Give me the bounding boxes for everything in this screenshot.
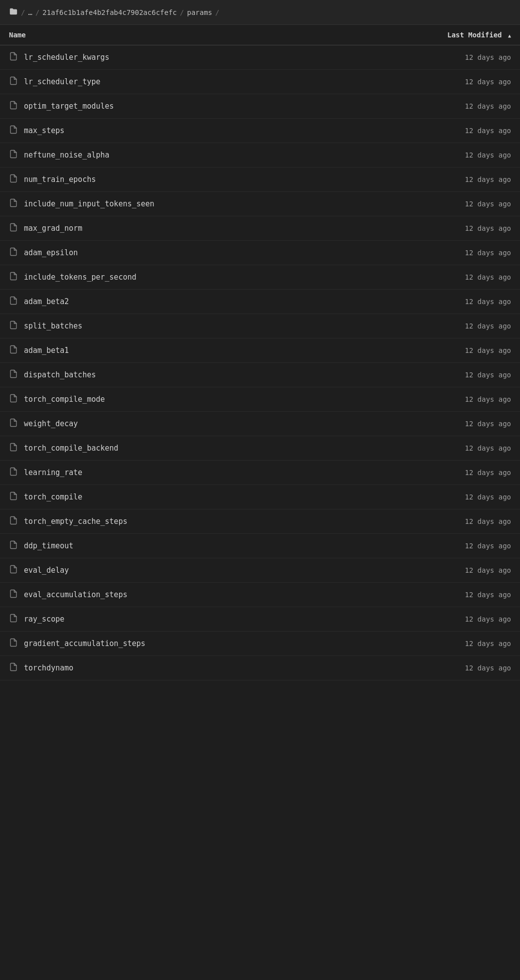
table-row[interactable]: neftune_noise_alpha12 days ago (0, 143, 520, 167)
file-name-cell-18[interactable]: torch_compile (0, 485, 420, 509)
file-name-cell-9[interactable]: include_tokens_per_second (0, 265, 420, 290)
file-table: Name Last Modified ▲ lr_scheduler_kwargs… (0, 25, 520, 680)
breadcrumb-sep-2: / (35, 8, 39, 16)
file-name-cell-1[interactable]: lr_scheduler_type (0, 70, 420, 94)
file-name-cell-12[interactable]: adam_beta1 (0, 338, 420, 363)
file-name-cell-8[interactable]: adam_epsilon (0, 241, 420, 265)
table-row[interactable]: split_batches12 days ago (0, 314, 520, 338)
file-name-cell-0[interactable]: lr_scheduler_kwargs (0, 45, 420, 70)
table-row[interactable]: max_grad_norm12 days ago (0, 216, 520, 241)
table-row[interactable]: adam_beta212 days ago (0, 290, 520, 314)
file-icon (9, 467, 18, 478)
file-name-cell-20[interactable]: ddp_timeout (0, 534, 420, 558)
file-icon (9, 491, 18, 502)
file-icon (9, 174, 18, 185)
table-header-row: Name Last Modified ▲ (0, 25, 520, 45)
file-name-cell-14[interactable]: torch_compile_mode (0, 387, 420, 412)
table-row[interactable]: gradient_accumulation_steps12 days ago (0, 632, 520, 656)
file-last-modified: 12 days ago (420, 534, 520, 558)
file-icon (9, 565, 18, 576)
file-name-cell-6[interactable]: include_num_input_tokens_seen (0, 192, 420, 216)
file-icon (9, 76, 18, 87)
file-name-cell-3[interactable]: max_steps (0, 119, 420, 143)
file-name: torch_compile_backend (24, 444, 119, 453)
table-row[interactable]: eval_accumulation_steps12 days ago (0, 583, 520, 607)
breadcrumb-ellipsis[interactable]: … (28, 8, 32, 16)
file-name: torch_compile_mode (24, 395, 105, 404)
file-last-modified: 12 days ago (420, 216, 520, 241)
file-last-modified: 12 days ago (420, 265, 520, 290)
file-icon (9, 296, 18, 307)
file-icon (9, 443, 18, 454)
file-name-cell-2[interactable]: optim_target_modules (0, 94, 420, 119)
file-name: weight_decay (24, 419, 78, 428)
file-name-cell-13[interactable]: dispatch_batches (0, 363, 420, 387)
file-last-modified: 12 days ago (420, 363, 520, 387)
file-last-modified: 12 days ago (420, 119, 520, 143)
column-header-name[interactable]: Name (0, 25, 420, 45)
file-name-cell-4[interactable]: neftune_noise_alpha (0, 143, 420, 167)
table-row[interactable]: torchdynamo12 days ago (0, 656, 520, 680)
file-name: lr_scheduler_type (24, 77, 101, 86)
table-row[interactable]: weight_decay12 days ago (0, 412, 520, 436)
file-last-modified: 12 days ago (420, 241, 520, 265)
file-last-modified: 12 days ago (420, 45, 520, 70)
table-row[interactable]: include_num_input_tokens_seen12 days ago (0, 192, 520, 216)
file-icon (9, 198, 18, 209)
file-name: max_steps (24, 126, 64, 135)
breadcrumb: / … / 21af6c1b1afe4b2fab4c7902ac6cfefc /… (0, 0, 520, 25)
file-icon (9, 540, 18, 551)
table-row[interactable]: lr_scheduler_type12 days ago (0, 70, 520, 94)
file-icon (9, 369, 18, 380)
file-last-modified: 12 days ago (420, 656, 520, 680)
file-name-cell-17[interactable]: learning_rate (0, 461, 420, 485)
file-icon (9, 321, 18, 331)
table-row[interactable]: optim_target_modules12 days ago (0, 94, 520, 119)
file-name-cell-21[interactable]: eval_delay (0, 558, 420, 583)
table-row[interactable]: adam_beta112 days ago (0, 338, 520, 363)
table-row[interactable]: lr_scheduler_kwargs12 days ago (0, 45, 520, 70)
file-name: learning_rate (24, 468, 82, 477)
file-icon (9, 125, 18, 136)
file-name: include_tokens_per_second (24, 273, 136, 282)
breadcrumb-params[interactable]: params (187, 8, 212, 16)
file-last-modified: 12 days ago (420, 387, 520, 412)
file-name-cell-24[interactable]: gradient_accumulation_steps (0, 632, 420, 656)
table-row[interactable]: max_steps12 days ago (0, 119, 520, 143)
breadcrumb-folder-icon (9, 7, 18, 17)
file-icon (9, 272, 18, 283)
file-name: include_num_input_tokens_seen (24, 199, 154, 208)
table-row[interactable]: dispatch_batches12 days ago (0, 363, 520, 387)
table-row[interactable]: eval_delay12 days ago (0, 558, 520, 583)
file-name: optim_target_modules (24, 102, 114, 111)
file-name: split_batches (24, 322, 82, 330)
file-last-modified: 12 days ago (420, 632, 520, 656)
file-name-cell-22[interactable]: eval_accumulation_steps (0, 583, 420, 607)
table-row[interactable]: adam_epsilon12 days ago (0, 241, 520, 265)
file-name-cell-16[interactable]: torch_compile_backend (0, 436, 420, 461)
file-name-cell-23[interactable]: ray_scope (0, 607, 420, 632)
column-header-last-modified[interactable]: Last Modified ▲ (420, 25, 520, 45)
file-name-cell-5[interactable]: num_train_epochs (0, 167, 420, 192)
file-icon (9, 345, 18, 356)
table-row[interactable]: torch_compile_mode12 days ago (0, 387, 520, 412)
table-row[interactable]: torch_compile12 days ago (0, 485, 520, 509)
file-last-modified: 12 days ago (420, 290, 520, 314)
file-name-cell-7[interactable]: max_grad_norm (0, 216, 420, 241)
table-row[interactable]: ddp_timeout12 days ago (0, 534, 520, 558)
file-name: torch_empty_cache_steps (24, 517, 128, 526)
table-row[interactable]: include_tokens_per_second12 days ago (0, 265, 520, 290)
file-name: num_train_epochs (24, 175, 96, 184)
table-row[interactable]: torch_empty_cache_steps12 days ago (0, 509, 520, 534)
table-row[interactable]: num_train_epochs12 days ago (0, 167, 520, 192)
table-row[interactable]: torch_compile_backend12 days ago (0, 436, 520, 461)
table-row[interactable]: ray_scope12 days ago (0, 607, 520, 632)
file-name-cell-11[interactable]: split_batches (0, 314, 420, 338)
file-name-cell-15[interactable]: weight_decay (0, 412, 420, 436)
file-name-cell-10[interactable]: adam_beta2 (0, 290, 420, 314)
file-name-cell-25[interactable]: torchdynamo (0, 656, 420, 680)
breadcrumb-hash[interactable]: 21af6c1b1afe4b2fab4c7902ac6cfefc (42, 8, 177, 16)
table-row[interactable]: learning_rate12 days ago (0, 461, 520, 485)
file-name-cell-19[interactable]: torch_empty_cache_steps (0, 509, 420, 534)
file-icon (9, 247, 18, 258)
